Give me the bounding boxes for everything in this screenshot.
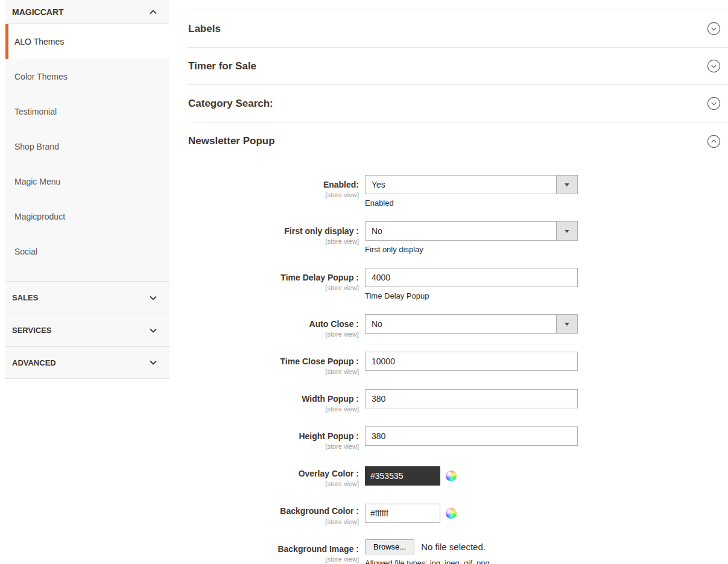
sidebar-item-label: ALO Themes (14, 37, 64, 46)
dropdown-arrow-icon (565, 183, 569, 186)
sidebar-item-label: Magicproduct (14, 212, 65, 221)
sidebar-item-magic-menu[interactable]: Magic Menu (5, 164, 169, 199)
selected-value: Yes (366, 180, 385, 189)
chevron-down-icon[interactable] (148, 293, 158, 303)
form-row-overlay-color: Overlay Color : [store view] (188, 464, 728, 487)
chevron-down-icon[interactable] (148, 326, 158, 335)
field-helper-text: Enabled (365, 198, 578, 208)
form-row-enabled: Enabled: [store view] Yes Enabled (188, 175, 728, 208)
config-content: Labels Timer for Sale Category Search: N… (188, 0, 728, 564)
dropdown-button[interactable] (556, 315, 577, 333)
sidebar-group-services[interactable]: SERVICES (5, 314, 169, 346)
store-view-note: [store view] (188, 443, 359, 450)
field-label: Auto Close : (188, 319, 359, 329)
dropdown-button[interactable] (556, 176, 577, 194)
field-label: First only display : (188, 226, 359, 236)
config-sidebar: MAGICCART ALO Themes Color Themes Testim… (0, 0, 169, 379)
field-label: Time Close Popup : (188, 356, 359, 366)
field-label: Background Color : (188, 506, 359, 516)
collapse-chevron-down-icon[interactable] (707, 22, 721, 36)
store-view-note: [store view] (188, 238, 359, 245)
sidebar-item-magicproduct[interactable]: Magicproduct (5, 199, 169, 234)
sidebar-group-label: SERVICES (12, 326, 52, 335)
first-only-display-select[interactable]: No (365, 221, 578, 241)
config-nav-accordion: MAGICCART ALO Themes Color Themes Testim… (5, 0, 169, 379)
color-picker-icon[interactable] (446, 508, 457, 519)
browse-button[interactable]: Browse... (365, 539, 414, 554)
selected-value: No (366, 319, 382, 329)
time-close-popup-input[interactable] (365, 352, 578, 371)
overlay-color-input[interactable] (365, 466, 440, 486)
store-view-note: [store view] (188, 284, 359, 291)
field-helper-text: Allowed file types: jpg, jpeg, gif, png. (365, 559, 492, 564)
form-row-auto-close: Auto Close : [store view] No (188, 314, 728, 338)
field-label: Overlay Color : (188, 469, 359, 478)
height-popup-input[interactable] (365, 426, 578, 446)
sidebar-item-testimonial[interactable]: Testimonial (5, 94, 169, 129)
time-delay-popup-input[interactable] (365, 268, 578, 287)
collapse-chevron-down-icon[interactable] (707, 97, 721, 110)
section-header-newsletter-popup[interactable]: Newsletter Popup (188, 122, 728, 160)
chevron-down-icon[interactable] (148, 358, 158, 367)
width-popup-input[interactable] (365, 389, 578, 408)
sidebar-item-alo-themes[interactable]: ALO Themes (5, 24, 169, 59)
sidebar-item-color-themes[interactable]: Color Themes (5, 59, 169, 94)
field-label: Enabled: (188, 180, 359, 189)
dropdown-button[interactable] (556, 222, 577, 240)
store-view-note: [store view] (188, 191, 359, 198)
form-row-first-only-display: First only display : [store view] No Fir… (188, 221, 728, 254)
store-view-note: [store view] (188, 405, 359, 413)
form-row-width-popup: Width Popup : [store view] (188, 389, 728, 413)
sidebar-item-label: Magic Menu (14, 177, 60, 186)
dropdown-arrow-icon (565, 230, 569, 233)
section-header-timer-for-sale[interactable]: Timer for Sale (188, 48, 728, 85)
form-row-background-image: Background Image : [store view] Browse..… (188, 539, 728, 564)
form-row-height-popup: Height Popup : [store view] (188, 426, 728, 450)
sidebar-item-list: ALO Themes Color Themes Testimonial Shop… (5, 24, 169, 281)
field-helper-text: Time Delay Popup (365, 291, 578, 300)
sidebar-item-social[interactable]: Social (5, 234, 169, 269)
store-view-note: [store view] (188, 518, 359, 525)
background-color-input[interactable] (365, 504, 440, 523)
sidebar-item-shop-brand[interactable]: Shop Brand (5, 129, 169, 164)
collapse-chevron-up-icon[interactable] (707, 135, 721, 148)
field-label: Background Image : (188, 544, 359, 554)
sidebar-item-label: Testimonial (14, 107, 57, 116)
collapse-chevron-down-icon[interactable] (707, 59, 721, 73)
store-view-note: [store view] (188, 480, 359, 487)
enabled-select[interactable]: Yes (365, 175, 578, 194)
form-row-background-color: Background Color : [store view] (188, 501, 728, 525)
sidebar-group-label: MAGICCART (12, 7, 64, 17)
sidebar-item-label: Social (14, 247, 37, 256)
store-view-note: [store view] (188, 368, 359, 375)
section-title: Newsletter Popup (188, 135, 275, 147)
sidebar-group-advanced[interactable]: ADVANCED (5, 346, 169, 379)
chevron-up-icon[interactable] (148, 7, 158, 17)
field-label: Time Delay Popup : (188, 273, 359, 282)
dropdown-arrow-icon (565, 323, 569, 326)
field-label: Height Popup : (188, 431, 359, 441)
sidebar-item-label: Shop Brand (14, 142, 59, 151)
auto-close-select[interactable]: No (365, 314, 578, 334)
field-label: Width Popup : (188, 394, 359, 404)
form-row-time-delay-popup: Time Delay Popup : [store view] Time Del… (188, 268, 728, 300)
section-title: Timer for Sale (188, 60, 256, 72)
sidebar-group-label: SALES (12, 293, 38, 302)
section-title: Category Search: (188, 98, 273, 110)
section-header-category-search[interactable]: Category Search: (188, 85, 728, 122)
config-section-list: Labels Timer for Sale Category Search: N… (188, 10, 728, 160)
sidebar-group-label: ADVANCED (12, 358, 56, 367)
sidebar-group-sales[interactable]: SALES (5, 281, 169, 314)
section-header-labels[interactable]: Labels (188, 10, 728, 48)
sidebar-item-label: Color Themes (14, 72, 68, 81)
section-title: Labels (188, 23, 221, 35)
store-view-note: [store view] (188, 556, 359, 563)
field-helper-text: First only display (365, 245, 578, 254)
file-status-text: No file selected. (421, 542, 486, 552)
selected-value: No (366, 226, 382, 236)
sidebar-group-magiccart[interactable]: MAGICCART (5, 0, 169, 24)
newsletter-popup-form: Enabled: [store view] Yes Enabled First … (188, 175, 728, 564)
store-view-note: [store view] (188, 331, 359, 338)
color-picker-icon[interactable] (446, 471, 457, 481)
form-row-time-close-popup: Time Close Popup : [store view] (188, 352, 728, 375)
